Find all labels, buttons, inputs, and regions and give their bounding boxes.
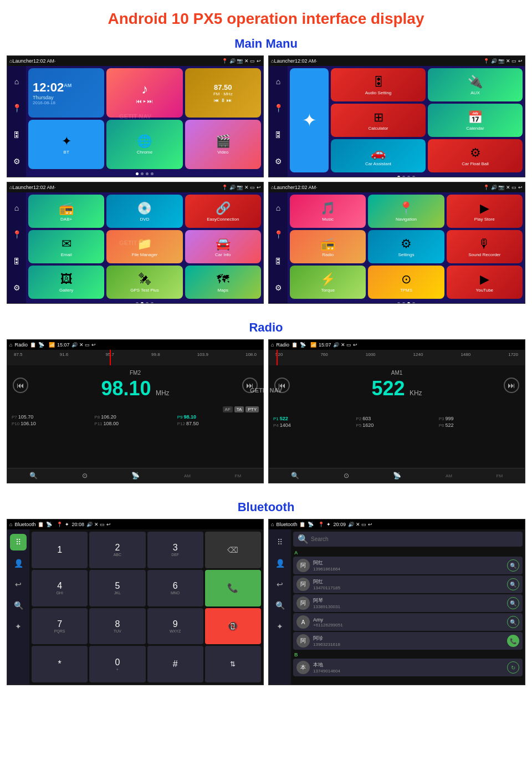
nav-tile[interactable]: 📍 Navigation bbox=[368, 195, 444, 228]
easyconn-tile[interactable]: 🔗 EasyConnection bbox=[185, 195, 261, 228]
dial-extra[interactable]: ⇅ bbox=[205, 646, 261, 682]
clock-tile[interactable]: 12:02AM Thursday 2016-08-18 bbox=[28, 68, 104, 118]
bt-big-tile[interactable]: ✦ bbox=[290, 68, 329, 172]
dial-hash[interactable]: # bbox=[147, 646, 203, 682]
fm-preset-p10[interactable]: P10 106.10 bbox=[12, 421, 93, 426]
bt-search-input[interactable] bbox=[311, 536, 518, 542]
fm-tag-ta[interactable]: TA bbox=[234, 406, 244, 412]
radio-freq-tile[interactable]: 87.50 FM · MHz ⏮ ⏸ ⏭ bbox=[185, 68, 261, 118]
dial-7[interactable]: 7PQRS bbox=[32, 608, 88, 645]
fm-fm-btn[interactable]: FM bbox=[235, 473, 242, 478]
chrome-tile[interactable]: 🌐 Chrome bbox=[106, 120, 182, 169]
sidebar-home-1[interactable]: ⌂ bbox=[14, 77, 19, 86]
dial-1[interactable]: 1 bbox=[32, 532, 88, 568]
contact-4[interactable]: A Amy +61126299051 🔍 bbox=[293, 613, 523, 631]
dial-hangup-btn[interactable]: 📵 bbox=[205, 608, 261, 645]
fm-preset-p8[interactable]: P8 106.20 bbox=[94, 414, 176, 420]
am-preset-p2[interactable]: P2 603 bbox=[356, 416, 437, 421]
am-prev-btn[interactable]: ⏮ bbox=[274, 378, 290, 393]
sidebar-gear-1[interactable]: ⚙ bbox=[13, 157, 21, 166]
fm-scan-btn[interactable]: ⊙ bbox=[82, 472, 88, 480]
contact-4-search[interactable]: 🔍 bbox=[507, 616, 519, 628]
bt-settings-icon-1[interactable]: ✦ bbox=[10, 618, 27, 635]
video-tile[interactable]: 🎬 Video bbox=[185, 120, 261, 169]
fm-tag-pty[interactable]: PTY bbox=[245, 406, 259, 412]
fm-prev-btn[interactable]: ⏮ bbox=[13, 378, 28, 393]
am-search-btn[interactable]: 🔍 bbox=[291, 472, 299, 480]
am-fm-btn[interactable]: FM bbox=[497, 473, 503, 478]
am-antenna-btn[interactable]: 📡 bbox=[393, 472, 401, 480]
calculator-tile[interactable]: ⊞ Calculator bbox=[331, 104, 426, 137]
settings-tile[interactable]: ⚙ Settings bbox=[368, 230, 444, 263]
bt-search-icon-1[interactable]: 🔍 bbox=[10, 597, 27, 614]
dial-2[interactable]: 2ABC bbox=[89, 532, 145, 568]
soundrec-tile[interactable]: 🎙 Sound Recorder bbox=[447, 230, 523, 263]
am-next-btn[interactable]: ⏭ bbox=[504, 378, 519, 393]
bt-home-icon-2[interactable]: ⌂ bbox=[271, 522, 274, 527]
carinfo-tile[interactable]: 🚘 Car Info bbox=[185, 230, 261, 263]
torque-tile[interactable]: ⚡ Torque bbox=[290, 266, 366, 299]
sidebar-eq-1[interactable]: 🎛 bbox=[13, 130, 21, 139]
dial-8[interactable]: 8TUV bbox=[89, 608, 145, 645]
am-preset-p5[interactable]: P5 1620 bbox=[356, 422, 437, 428]
sidebar-loc-1[interactable]: 📍 bbox=[12, 104, 22, 113]
sidebar-gear-2[interactable]: ⚙ bbox=[275, 157, 282, 166]
bt-recents-icon-2[interactable]: ↩ bbox=[272, 576, 288, 593]
contact-5[interactable]: 阿 阿珍 13963231618 📞 bbox=[293, 632, 523, 650]
car-assistant-tile[interactable]: 🚗 Car Assistant bbox=[331, 139, 426, 172]
dvd-tile[interactable]: 💿 DVD bbox=[106, 195, 182, 228]
fm-am-btn[interactable]: AM bbox=[184, 473, 191, 478]
sidebar-eq-2[interactable]: 🎛 bbox=[274, 130, 282, 139]
dial-6[interactable]: 6MNO bbox=[147, 570, 203, 606]
fm-antenna-btn[interactable]: 📡 bbox=[131, 472, 140, 480]
fm-tag-af[interactable]: AF bbox=[223, 406, 233, 412]
fm-preset-p7[interactable]: P7 105.70 bbox=[12, 414, 93, 420]
dial-3[interactable]: 3DEF bbox=[147, 532, 203, 568]
contact-6[interactable]: 本 本地 13749014604 ↻ bbox=[293, 659, 523, 676]
bt-search-icon-2[interactable]: 🔍 bbox=[272, 597, 288, 614]
contact-2-search[interactable]: 🔍 bbox=[507, 578, 519, 590]
sidebar-eq-3[interactable]: 🎛 bbox=[13, 257, 21, 266]
music-tile-4[interactable]: 🎵 Music bbox=[290, 195, 366, 228]
fm-preset-p9[interactable]: P9 98.10 bbox=[177, 414, 259, 420]
bt-recents-icon-1[interactable]: ↩ bbox=[10, 576, 27, 593]
sidebar-gear-4[interactable]: ⚙ bbox=[275, 283, 282, 292]
sidebar-home-2[interactable]: ⌂ bbox=[276, 77, 280, 86]
bt-dialpad-icon[interactable]: ⠿ bbox=[10, 534, 27, 550]
contact-1[interactable]: 阿 阿红 13961861664 🔍 bbox=[293, 557, 523, 574]
dial-0[interactable]: 0+ bbox=[89, 646, 145, 682]
youtube-tile[interactable]: ▶ YouTube bbox=[447, 266, 523, 299]
contact-2[interactable]: 阿 阿红 13470117185 🔍 bbox=[293, 575, 523, 593]
dab-tile[interactable]: 📻 DAB+ bbox=[28, 195, 104, 228]
fm-next-btn[interactable]: ⏭ bbox=[242, 378, 258, 393]
sidebar-home-4[interactable]: ⌂ bbox=[276, 203, 280, 212]
fm-preset-p12[interactable]: P12 87.50 bbox=[177, 421, 259, 426]
contact-1-search[interactable]: 🔍 bbox=[507, 559, 519, 572]
audio-setting-tile[interactable]: 🎛 Audio Setting bbox=[331, 68, 426, 101]
gallery-tile[interactable]: 🖼 Gallery bbox=[28, 266, 104, 299]
am-home-icon[interactable]: ⌂ bbox=[271, 342, 274, 348]
am-preset-p1[interactable]: P1 522 bbox=[273, 416, 355, 421]
dial-star[interactable]: * bbox=[32, 646, 88, 682]
dial-call-btn[interactable]: 📞 bbox=[205, 570, 261, 606]
fm-search-btn[interactable]: 🔍 bbox=[29, 472, 38, 480]
dial-4[interactable]: 4GHI bbox=[32, 570, 88, 606]
am-scan-btn[interactable]: ⊙ bbox=[344, 472, 349, 480]
aux-tile[interactable]: 🔌 AUX bbox=[428, 68, 523, 101]
dial-del[interactable]: ⌫ bbox=[205, 532, 261, 568]
fm-home-icon[interactable]: ⌂ bbox=[9, 342, 12, 348]
email-tile[interactable]: ✉ Email bbox=[28, 230, 104, 263]
sidebar-home-3[interactable]: ⌂ bbox=[14, 203, 19, 212]
fm-preset-p11[interactable]: P11 108.00 bbox=[94, 421, 176, 426]
am-preset-p3[interactable]: P3 999 bbox=[439, 416, 520, 421]
contact-3-search[interactable]: 🔍 bbox=[507, 597, 519, 609]
playstore-tile[interactable]: ▶ Play Store bbox=[447, 195, 523, 228]
bt-tile[interactable]: ✦ BT bbox=[28, 120, 104, 169]
maps-tile[interactable]: 🗺 Maps bbox=[185, 266, 261, 299]
sidebar-loc-2[interactable]: 📍 bbox=[274, 104, 283, 113]
contact-6-refresh[interactable]: ↻ bbox=[507, 661, 519, 674]
sidebar-loc-3[interactable]: 📍 bbox=[12, 230, 22, 239]
radio-tile-4[interactable]: 📻 Radio bbox=[290, 230, 366, 263]
car-float-tile[interactable]: ⚙ Car Float Ball bbox=[428, 139, 523, 172]
bt-home-icon-1[interactable]: ⌂ bbox=[9, 522, 12, 527]
